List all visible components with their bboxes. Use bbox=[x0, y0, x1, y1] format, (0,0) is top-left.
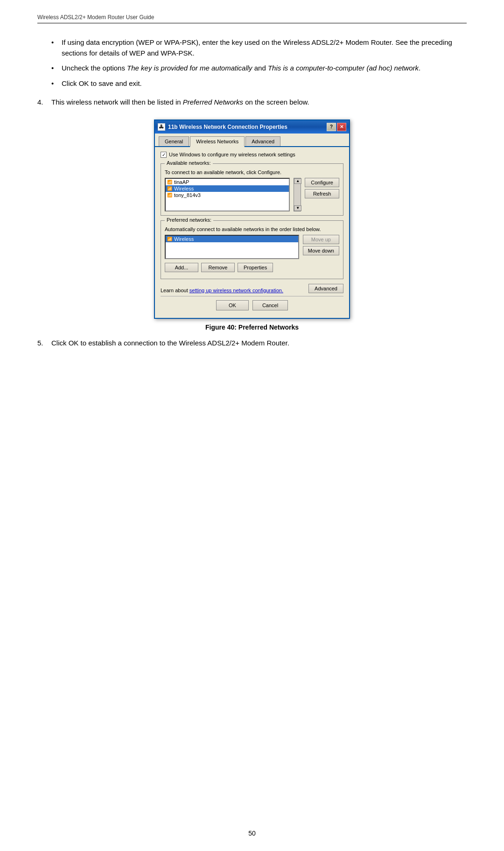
scrollbar-up[interactable]: ▲ bbox=[294, 178, 301, 184]
net-icon-tinaAP: 📶 bbox=[167, 180, 172, 184]
net-icon-tony: 📶 bbox=[167, 193, 172, 197]
ok-button[interactable]: OK bbox=[216, 300, 249, 310]
win-titlebar: 🖧 11b Wireless Network Connection Proper… bbox=[155, 120, 349, 134]
configure-button[interactable]: Configure bbox=[305, 178, 339, 187]
bullet-2-plain1: Uncheck the options bbox=[62, 64, 127, 72]
page-number: 50 bbox=[248, 830, 256, 837]
move-down-button[interactable]: Move down bbox=[303, 246, 339, 255]
step-4-content: This wireless network will then be liste… bbox=[51, 97, 467, 108]
cancel-button[interactable]: Cancel bbox=[252, 300, 288, 310]
move-up-button[interactable]: Move up bbox=[303, 235, 339, 244]
figure-caption: Figure 40: Preferred Networks bbox=[205, 324, 299, 331]
step-5-content: Click OK to establish a connection to th… bbox=[51, 338, 467, 349]
properties-button[interactable]: Properties bbox=[238, 263, 273, 272]
preferred-net-icon: 📶 bbox=[167, 237, 172, 241]
preferred-networks-group: Preferred networks: Automatically connec… bbox=[161, 220, 343, 279]
learn-text: Learn about setting up wireless network … bbox=[161, 288, 283, 293]
available-net-wireless[interactable]: 📶 Wireless bbox=[166, 185, 289, 192]
use-windows-checkbox[interactable]: ✓ bbox=[161, 152, 167, 158]
step-4-number: 4. bbox=[37, 97, 51, 108]
step-4: 4. This wireless network will then be li… bbox=[37, 97, 467, 108]
dialog-body: ✓ Use Windows to configure my wireless n… bbox=[155, 147, 349, 318]
dialog-icon: 🖧 bbox=[158, 123, 165, 131]
bullet-3-text: Click OK to save and exit. bbox=[62, 79, 142, 87]
tab-advanced[interactable]: Advanced bbox=[245, 136, 280, 146]
bullet-2-italic1: The key is provided for me automatically bbox=[127, 64, 252, 72]
step-4-text2: on the screen below. bbox=[243, 98, 309, 106]
add-button[interactable]: Add... bbox=[165, 263, 198, 272]
preferred-group-text: Automatically connect to available netwo… bbox=[165, 226, 339, 232]
header-text: Wireless ADSL2/2+ Modem Router User Guid… bbox=[37, 14, 154, 21]
tab-bar: General Wireless Networks Advanced bbox=[155, 134, 349, 147]
scrollbar-down[interactable]: ▼ bbox=[294, 205, 301, 211]
available-group-label: Available networks: bbox=[165, 160, 213, 166]
checkbox-row: ✓ Use Windows to configure my wireless n… bbox=[161, 152, 343, 158]
bullet-item-1: If using data encryption (WEP or WPA-PSK… bbox=[51, 37, 467, 58]
preferred-bottom-btns: Add... Remove Properties bbox=[165, 263, 339, 272]
help-button[interactable]: ? bbox=[327, 123, 336, 131]
available-listbox-row: 📶 tinaAP 📶 Wireless 📶 tony_814v3 bbox=[165, 178, 339, 211]
available-scrollbar[interactable]: ▲ ▼ bbox=[294, 178, 301, 211]
refresh-button[interactable]: Refresh bbox=[305, 189, 339, 198]
checkbox-label: Use Windows to configure my wireless net… bbox=[169, 152, 295, 157]
advanced-button[interactable]: Advanced bbox=[308, 284, 343, 293]
preferred-listbox-row: 📶 Wireless Move up Move down bbox=[165, 235, 339, 259]
remove-button[interactable]: Remove bbox=[201, 263, 235, 272]
learn-text1: Learn about bbox=[161, 288, 189, 293]
page-header: Wireless ADSL2/2+ Modem Router User Guid… bbox=[37, 14, 467, 23]
available-net-tony[interactable]: 📶 tony_814v3 bbox=[166, 192, 289, 198]
bullet-2-plain2: and bbox=[252, 64, 268, 72]
net-label-tony: tony_814v3 bbox=[174, 192, 201, 198]
bullet-list: If using data encryption (WEP or WPA-PSK… bbox=[51, 37, 467, 89]
bullet-1-text: If using data encryption (WEP or WPA-PSK… bbox=[62, 38, 452, 57]
close-button[interactable]: ✕ bbox=[337, 123, 346, 131]
bullet-2-plain3: . bbox=[419, 64, 420, 72]
learn-row: Learn about setting up wireless network … bbox=[161, 284, 343, 293]
preferred-group-content: Automatically connect to available netwo… bbox=[165, 226, 339, 272]
titlebar-left: 🖧 11b Wireless Network Connection Proper… bbox=[158, 123, 287, 131]
figure-container: 🖧 11b Wireless Network Connection Proper… bbox=[37, 120, 467, 331]
step-4-italic: Preferred Networks bbox=[183, 98, 243, 106]
titlebar-buttons: ? ✕ bbox=[327, 123, 346, 131]
bullet-item-3: Click OK to save and exit. bbox=[51, 78, 467, 89]
step-4-text1: This wireless network will then be liste… bbox=[51, 98, 183, 106]
net-label-wireless: Wireless bbox=[174, 186, 194, 191]
step-5-number: 5. bbox=[37, 338, 51, 349]
bullet-2-italic2: This is a computer-to-computer (ad hoc) … bbox=[268, 64, 419, 72]
available-networks-group: Available networks: To connect to an ava… bbox=[161, 163, 343, 216]
net-label-tinaAP: tinaAP bbox=[174, 179, 189, 185]
step-5: 5. Click OK to establish a connection to… bbox=[37, 338, 467, 349]
preferred-group-label: Preferred networks: bbox=[165, 217, 213, 223]
net-icon-wireless: 📶 bbox=[167, 186, 172, 191]
available-group-content: To connect to an available network, clic… bbox=[165, 169, 339, 211]
tab-wireless-networks[interactable]: Wireless Networks bbox=[190, 136, 245, 147]
available-net-tinaAP[interactable]: 📶 tinaAP bbox=[166, 179, 289, 185]
dialog-title: 11b Wireless Network Connection Properti… bbox=[168, 124, 287, 130]
preferred-net-label: Wireless bbox=[174, 236, 194, 242]
available-group-text: To connect to an available network, clic… bbox=[165, 169, 339, 175]
available-btn-group: Configure Refresh bbox=[305, 178, 339, 198]
bullet-item-2: Uncheck the options The key is provided … bbox=[51, 63, 467, 74]
move-buttons: Move up Move down bbox=[303, 235, 339, 255]
preferred-net-wireless[interactable]: 📶 Wireless bbox=[166, 236, 298, 242]
learn-link[interactable]: setting up wireless network configuratio… bbox=[189, 288, 283, 293]
scrollbar-track bbox=[294, 184, 301, 205]
tab-general[interactable]: General bbox=[159, 136, 189, 146]
ok-cancel-row: OK Cancel bbox=[161, 296, 343, 313]
win-dialog: 🖧 11b Wireless Network Connection Proper… bbox=[154, 120, 350, 319]
